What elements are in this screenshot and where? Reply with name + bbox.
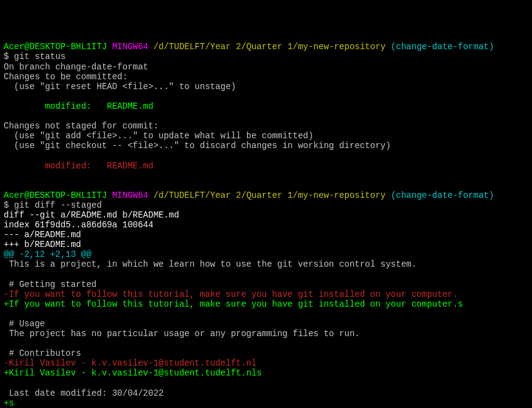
prompt-env: MINGW64 [112,42,148,52]
diff-context: # Getting started [4,280,96,289]
diff-added: +Kiril Vasilev - k.v.vasilev-1@student.t… [4,368,262,378]
prompt-branch-close: ) [489,42,494,52]
status-to-commit: Changes to be committed: [4,72,128,82]
terminal-output[interactable]: Acer@DESKTOP-BHL1ITJ MINGW64 /d/TUDELFT/… [4,42,528,408]
diff-context: The project has no particular usage or a… [4,329,360,339]
status-unstage-hint: (use "git reset HEAD <file>..." to unsta… [4,82,236,92]
diff-blank [4,270,9,280]
diff-blank [4,379,9,388]
diff-context: This is a project, in which we learn how… [4,259,417,269]
status-checkout-hint: (use "git checkout -- <file>..." to disc… [4,141,391,151]
status-add-hint: (use "git add <file>..." to update what … [4,131,313,141]
status-branch: On branch change-date-format [4,62,148,72]
prompt-path: /d/TUDELFT/Year 2/Quarter 1/my-new-repos… [154,42,386,52]
prompt-branch: change-date-format [396,42,489,52]
diff-removed: -Kiril Vasilev - k.v.vasilev-1@student.t… [4,358,257,368]
unstaged-file: modified: README.md [4,161,154,171]
prompt-user-host: Acer@DESKTOP-BHL1ITJ [4,190,107,200]
diff-context: Last date modified: 30/04/2022 [4,388,163,398]
diff-file-b: +++ b/README.md [4,240,81,249]
diff-file-a: --- a/README.md [4,230,81,240]
diff-hunk: @@ -2,12 +2,13 @@ [4,249,92,259]
diff-removed: -If you want to follow this tutorial, ma… [4,289,458,299]
staged-file: modified: README.md [4,101,154,111]
prompt-env: MINGW64 [112,190,148,200]
prompt-branch: change-date-format [396,190,489,200]
diff-context: # Contributors [4,348,81,358]
prompt-path: /d/TUDELFT/Year 2/Quarter 1/my-new-repos… [154,190,386,200]
diff-header: diff --git a/README.md b/README.md [4,210,179,220]
prompt-branch-close: ) [489,190,494,200]
command-line: $ git diff --staged [4,200,102,210]
prompt-user-host: Acer@DESKTOP-BHL1ITJ [4,42,107,52]
prompt-branch-open: ( [391,190,396,200]
diff-added: +s [4,398,14,408]
diff-index: index 61f9dd5..a86d69a 100644 [4,220,154,230]
command-line: $ git status [4,52,66,61]
status-not-staged: Changes not staged for commit: [4,121,158,131]
diff-blank [4,309,9,319]
diff-added: +If you want to follow this tutorial, ma… [4,299,463,309]
diff-blank [4,339,9,348]
prompt-branch-open: ( [391,42,396,52]
diff-context: # Usage [4,319,45,329]
